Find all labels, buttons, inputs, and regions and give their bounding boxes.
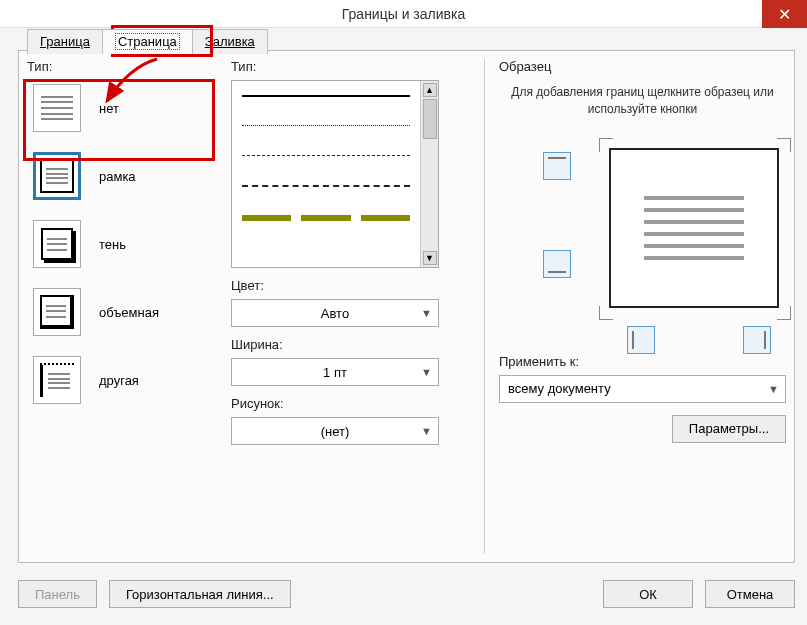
preview-text-icon [644, 188, 744, 268]
preview-hint: Для добавления границ щелкните образец и… [505, 84, 780, 118]
setting-box-label: рамка [99, 169, 136, 184]
setting-shadow[interactable]: тень [27, 216, 207, 272]
tab-strip: Граница Страница Заливка [27, 29, 267, 54]
preview-label: Образец [499, 59, 786, 74]
setting-shadow-label: тень [99, 237, 126, 252]
scroll-thumb[interactable] [423, 99, 437, 139]
dialog-body: Граница Страница Заливка Тип: нет рамка [0, 28, 807, 625]
preview-column: Образец Для добавления границ щелкните о… [484, 59, 786, 554]
chevron-down-icon: ▼ [421, 425, 432, 437]
art-label: Рисунок: [231, 396, 469, 411]
chevron-down-icon: ▼ [768, 383, 779, 395]
chevron-down-icon: ▼ [421, 307, 432, 319]
toolbar-button: Панель [18, 580, 97, 608]
ok-button[interactable]: ОК [603, 580, 693, 608]
style-dotted[interactable] [242, 125, 410, 127]
apply-value: всему документу [508, 381, 611, 396]
dialog-title: Границы и заливка [342, 6, 465, 22]
preview-area [499, 138, 786, 348]
edge-right-button[interactable] [743, 326, 771, 354]
tab-fill[interactable]: Заливка [192, 29, 268, 54]
style-label: Тип: [231, 59, 469, 74]
setting-box-icon [33, 152, 81, 200]
art-value: (нет) [321, 424, 350, 439]
setting-label: Тип: [27, 59, 207, 74]
title-bar: Границы и заливка ✕ [0, 0, 807, 28]
setting-none-icon [33, 84, 81, 132]
options-button[interactable]: Параметры... [672, 415, 786, 443]
style-solid[interactable] [242, 95, 410, 97]
dialog-panel: Граница Страница Заливка Тип: нет рамка [18, 50, 795, 563]
width-combo[interactable]: 1 пт ▼ [231, 358, 439, 386]
corner-marker [599, 306, 613, 320]
setting-none[interactable]: нет [27, 80, 207, 136]
setting-shadow-icon [33, 220, 81, 268]
style-list [232, 81, 420, 235]
bottom-bar: Панель Горизонтальная линия... ОК Отмена [18, 577, 795, 611]
edge-left-button[interactable] [627, 326, 655, 354]
cancel-button[interactable]: Отмена [705, 580, 795, 608]
art-combo[interactable]: (нет) ▼ [231, 417, 439, 445]
style-listbox[interactable]: ▲ ▼ [231, 80, 439, 268]
style-thick[interactable] [242, 215, 410, 221]
setting-3d[interactable]: объемная [27, 284, 207, 340]
color-value: Авто [321, 306, 349, 321]
apply-combo[interactable]: всему документу ▼ [499, 375, 786, 403]
edge-bottom-button[interactable] [543, 250, 571, 278]
chevron-down-icon: ▼ [421, 366, 432, 378]
width-label: Ширина: [231, 337, 469, 352]
preview-page[interactable] [609, 148, 779, 308]
setting-3d-label: объемная [99, 305, 159, 320]
width-value: 1 пт [323, 365, 347, 380]
setting-3d-icon [33, 288, 81, 336]
style-scrollbar[interactable]: ▲ ▼ [420, 81, 438, 267]
corner-marker [777, 306, 791, 320]
setting-none-label: нет [99, 101, 119, 116]
setting-custom-label: другая [99, 373, 139, 388]
color-label: Цвет: [231, 278, 469, 293]
scroll-up-icon[interactable]: ▲ [423, 83, 437, 97]
scroll-down-icon[interactable]: ▼ [423, 251, 437, 265]
setting-column: Тип: нет рамка [27, 59, 207, 554]
color-combo[interactable]: Авто ▼ [231, 299, 439, 327]
corner-marker [777, 138, 791, 152]
setting-box[interactable]: рамка [27, 148, 207, 204]
tab-border[interactable]: Граница [27, 29, 103, 54]
style-column: Тип: ▲ ▼ Цвет: Авто ▼ [231, 59, 469, 554]
setting-list: нет рамка тень [27, 80, 207, 408]
setting-custom[interactable]: другая [27, 352, 207, 408]
apply-label: Применить к: [499, 354, 786, 369]
style-dash-large[interactable] [242, 185, 410, 187]
style-dash-small[interactable] [242, 155, 410, 157]
tab-page[interactable]: Страница [102, 29, 193, 54]
edge-top-button[interactable] [543, 152, 571, 180]
hline-button[interactable]: Горизонтальная линия... [109, 580, 291, 608]
setting-custom-icon [33, 356, 81, 404]
close-button[interactable]: ✕ [762, 0, 807, 28]
